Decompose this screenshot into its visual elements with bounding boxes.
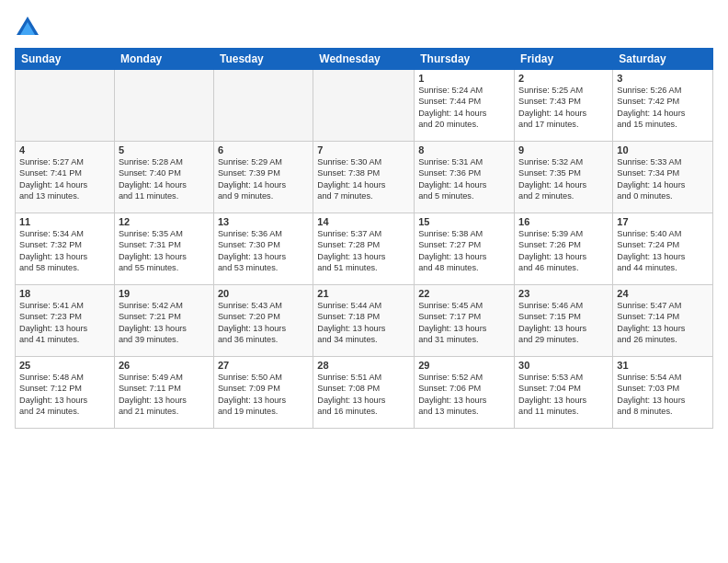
day-number: 24 bbox=[617, 288, 709, 299]
day-info: Sunrise: 5:45 AM Sunset: 7:17 PM Dayligh… bbox=[418, 300, 510, 346]
day-info: Sunrise: 5:30 AM Sunset: 7:38 PM Dayligh… bbox=[317, 156, 410, 202]
day-number: 5 bbox=[119, 144, 210, 155]
day-info: Sunrise: 5:34 AM Sunset: 7:32 PM Dayligh… bbox=[19, 228, 110, 274]
calendar-header-row: SundayMondayTuesdayWednesdayThursdayFrid… bbox=[16, 49, 713, 70]
day-number: 27 bbox=[218, 360, 309, 371]
day-number: 1 bbox=[418, 73, 510, 84]
day-number: 21 bbox=[317, 288, 410, 299]
day-info: Sunrise: 5:26 AM Sunset: 7:42 PM Dayligh… bbox=[617, 85, 709, 131]
calendar-week-row: 25Sunrise: 5:48 AM Sunset: 7:12 PM Dayli… bbox=[16, 357, 713, 429]
calendar-cell: 15Sunrise: 5:38 AM Sunset: 7:27 PM Dayli… bbox=[415, 213, 515, 285]
header bbox=[15, 15, 713, 40]
day-number: 31 bbox=[617, 360, 709, 371]
day-number: 12 bbox=[119, 216, 210, 227]
calendar-col-header: Wednesday bbox=[313, 49, 415, 70]
calendar-cell: 29Sunrise: 5:52 AM Sunset: 7:06 PM Dayli… bbox=[415, 357, 515, 429]
calendar-cell: 11Sunrise: 5:34 AM Sunset: 7:32 PM Dayli… bbox=[16, 213, 115, 285]
calendar-cell: 2Sunrise: 5:25 AM Sunset: 7:43 PM Daylig… bbox=[515, 70, 613, 142]
calendar-col-header: Friday bbox=[515, 49, 613, 70]
day-info: Sunrise: 5:38 AM Sunset: 7:27 PM Dayligh… bbox=[418, 228, 510, 274]
day-number: 25 bbox=[19, 360, 110, 371]
calendar-cell: 4Sunrise: 5:27 AM Sunset: 7:41 PM Daylig… bbox=[16, 142, 115, 213]
calendar-cell: 5Sunrise: 5:28 AM Sunset: 7:40 PM Daylig… bbox=[114, 142, 213, 213]
calendar-cell: 24Sunrise: 5:47 AM Sunset: 7:14 PM Dayli… bbox=[613, 285, 713, 357]
calendar-cell: 19Sunrise: 5:42 AM Sunset: 7:21 PM Dayli… bbox=[114, 285, 213, 357]
calendar-col-header: Tuesday bbox=[213, 49, 313, 70]
day-info: Sunrise: 5:28 AM Sunset: 7:40 PM Dayligh… bbox=[119, 156, 210, 202]
calendar-week-row: 11Sunrise: 5:34 AM Sunset: 7:32 PM Dayli… bbox=[16, 213, 713, 285]
day-info: Sunrise: 5:24 AM Sunset: 7:44 PM Dayligh… bbox=[418, 85, 510, 131]
calendar-cell: 6Sunrise: 5:29 AM Sunset: 7:39 PM Daylig… bbox=[213, 142, 313, 213]
calendar-cell: 17Sunrise: 5:40 AM Sunset: 7:24 PM Dayli… bbox=[613, 213, 713, 285]
day-info: Sunrise: 5:47 AM Sunset: 7:14 PM Dayligh… bbox=[617, 300, 709, 346]
day-number: 7 bbox=[317, 144, 410, 155]
day-number: 18 bbox=[19, 288, 110, 299]
calendar-cell: 3Sunrise: 5:26 AM Sunset: 7:42 PM Daylig… bbox=[613, 70, 713, 142]
day-number: 9 bbox=[518, 144, 609, 155]
day-number: 8 bbox=[418, 144, 510, 155]
calendar-cell bbox=[213, 70, 313, 142]
calendar-col-header: Saturday bbox=[613, 49, 713, 70]
day-info: Sunrise: 5:35 AM Sunset: 7:31 PM Dayligh… bbox=[119, 228, 210, 274]
calendar-cell: 27Sunrise: 5:50 AM Sunset: 7:09 PM Dayli… bbox=[213, 357, 313, 429]
day-info: Sunrise: 5:29 AM Sunset: 7:39 PM Dayligh… bbox=[218, 156, 309, 202]
calendar-cell: 21Sunrise: 5:44 AM Sunset: 7:18 PM Dayli… bbox=[313, 285, 415, 357]
calendar-week-row: 4Sunrise: 5:27 AM Sunset: 7:41 PM Daylig… bbox=[16, 142, 713, 213]
day-number: 6 bbox=[218, 144, 309, 155]
calendar-cell: 12Sunrise: 5:35 AM Sunset: 7:31 PM Dayli… bbox=[114, 213, 213, 285]
day-number: 11 bbox=[19, 216, 110, 227]
day-number: 15 bbox=[418, 216, 510, 227]
day-info: Sunrise: 5:25 AM Sunset: 7:43 PM Dayligh… bbox=[518, 85, 609, 131]
day-info: Sunrise: 5:48 AM Sunset: 7:12 PM Dayligh… bbox=[19, 372, 110, 418]
day-info: Sunrise: 5:40 AM Sunset: 7:24 PM Dayligh… bbox=[617, 228, 709, 274]
calendar-col-header: Thursday bbox=[415, 49, 515, 70]
day-number: 4 bbox=[19, 144, 110, 155]
calendar-cell bbox=[16, 70, 115, 142]
day-info: Sunrise: 5:42 AM Sunset: 7:21 PM Dayligh… bbox=[119, 300, 210, 346]
calendar-col-header: Sunday bbox=[16, 49, 115, 70]
day-number: 23 bbox=[518, 288, 609, 299]
day-info: Sunrise: 5:37 AM Sunset: 7:28 PM Dayligh… bbox=[317, 228, 410, 274]
calendar-cell: 26Sunrise: 5:49 AM Sunset: 7:11 PM Dayli… bbox=[114, 357, 213, 429]
day-number: 16 bbox=[518, 216, 609, 227]
day-info: Sunrise: 5:53 AM Sunset: 7:04 PM Dayligh… bbox=[518, 372, 609, 418]
calendar-week-row: 18Sunrise: 5:41 AM Sunset: 7:23 PM Dayli… bbox=[16, 285, 713, 357]
day-number: 3 bbox=[617, 73, 709, 84]
day-info: Sunrise: 5:49 AM Sunset: 7:11 PM Dayligh… bbox=[119, 372, 210, 418]
calendar-cell: 31Sunrise: 5:54 AM Sunset: 7:03 PM Dayli… bbox=[613, 357, 713, 429]
day-info: Sunrise: 5:44 AM Sunset: 7:18 PM Dayligh… bbox=[317, 300, 410, 346]
calendar-week-row: 1Sunrise: 5:24 AM Sunset: 7:44 PM Daylig… bbox=[16, 70, 713, 142]
calendar-cell: 30Sunrise: 5:53 AM Sunset: 7:04 PM Dayli… bbox=[515, 357, 613, 429]
day-info: Sunrise: 5:46 AM Sunset: 7:15 PM Dayligh… bbox=[518, 300, 609, 346]
calendar-cell: 28Sunrise: 5:51 AM Sunset: 7:08 PM Dayli… bbox=[313, 357, 415, 429]
day-info: Sunrise: 5:51 AM Sunset: 7:08 PM Dayligh… bbox=[317, 372, 410, 418]
calendar-cell: 14Sunrise: 5:37 AM Sunset: 7:28 PM Dayli… bbox=[313, 213, 415, 285]
day-info: Sunrise: 5:36 AM Sunset: 7:30 PM Dayligh… bbox=[218, 228, 309, 274]
day-number: 20 bbox=[218, 288, 309, 299]
calendar-cell: 8Sunrise: 5:31 AM Sunset: 7:36 PM Daylig… bbox=[415, 142, 515, 213]
calendar-cell: 25Sunrise: 5:48 AM Sunset: 7:12 PM Dayli… bbox=[16, 357, 115, 429]
day-number: 30 bbox=[518, 360, 609, 371]
calendar-cell: 18Sunrise: 5:41 AM Sunset: 7:23 PM Dayli… bbox=[16, 285, 115, 357]
day-number: 29 bbox=[418, 360, 510, 371]
page: SundayMondayTuesdayWednesdayThursdayFrid… bbox=[0, 0, 728, 563]
day-info: Sunrise: 5:31 AM Sunset: 7:36 PM Dayligh… bbox=[418, 156, 510, 202]
day-info: Sunrise: 5:54 AM Sunset: 7:03 PM Dayligh… bbox=[617, 372, 709, 418]
day-number: 14 bbox=[317, 216, 410, 227]
calendar: SundayMondayTuesdayWednesdayThursdayFrid… bbox=[15, 48, 713, 429]
day-info: Sunrise: 5:27 AM Sunset: 7:41 PM Dayligh… bbox=[19, 156, 110, 202]
calendar-col-header: Monday bbox=[114, 49, 213, 70]
day-number: 17 bbox=[617, 216, 709, 227]
calendar-cell: 1Sunrise: 5:24 AM Sunset: 7:44 PM Daylig… bbox=[415, 70, 515, 142]
calendar-cell: 20Sunrise: 5:43 AM Sunset: 7:20 PM Dayli… bbox=[213, 285, 313, 357]
calendar-cell bbox=[114, 70, 213, 142]
day-number: 10 bbox=[617, 144, 709, 155]
day-info: Sunrise: 5:41 AM Sunset: 7:23 PM Dayligh… bbox=[19, 300, 110, 346]
day-number: 19 bbox=[119, 288, 210, 299]
day-info: Sunrise: 5:50 AM Sunset: 7:09 PM Dayligh… bbox=[218, 372, 309, 418]
day-number: 22 bbox=[418, 288, 510, 299]
day-number: 28 bbox=[317, 360, 410, 371]
calendar-cell: 7Sunrise: 5:30 AM Sunset: 7:38 PM Daylig… bbox=[313, 142, 415, 213]
day-number: 2 bbox=[518, 73, 609, 84]
day-info: Sunrise: 5:52 AM Sunset: 7:06 PM Dayligh… bbox=[418, 372, 510, 418]
